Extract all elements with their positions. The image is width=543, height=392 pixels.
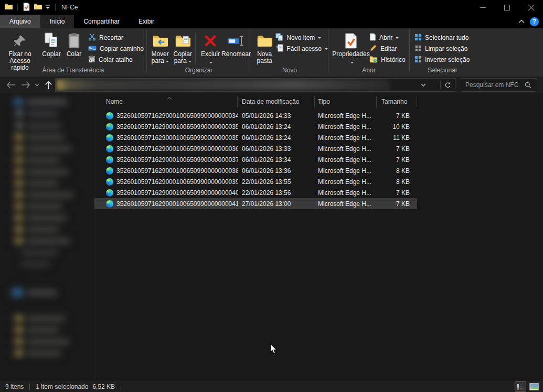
table-row[interactable]: 3526010597162900010065099000000004013...… [94,187,417,198]
cut-button[interactable]: Recortar [88,33,144,42]
maximize-button[interactable] [495,0,519,15]
recent-locations-icon[interactable] [33,79,41,91]
refresh-icon[interactable] [441,79,454,91]
edit-pencil-icon [369,44,377,53]
select-none-button[interactable]: Limpar seleção [414,44,470,53]
dropdown-caret-icon [188,61,191,64]
up-button[interactable] [42,79,55,91]
ribbon-tabs: Arquivo Início Compartilhar Exibir ? [0,15,543,28]
properties-icon[interactable] [23,3,30,13]
close-button[interactable] [519,0,543,15]
group-new: Nova pasta Novo item Fácil ace [251,29,328,75]
group-label-open: Abrir [328,67,409,74]
column-header-type[interactable]: Tipo [315,96,377,107]
easy-access-button[interactable]: Fácil acesso [275,44,328,53]
edit-button[interactable]: Editar [369,44,406,53]
select-none-icon [414,45,422,53]
main-area: Nome Data de modificação Tipo Tamanho [0,93,543,381]
status-bar: 9 itens 1 item selecionado 6,52 KB [0,381,543,392]
file-explorer-window: NFCe Arquivo Início Compartilhar Exibir … [0,0,543,392]
tab-view[interactable]: Exibir [129,15,164,28]
rename-button[interactable]: Renomear [221,30,251,58]
help-icon[interactable]: ? [530,17,539,26]
back-button[interactable] [4,79,18,91]
toolbar-separator [55,4,56,11]
edge-file-icon [106,112,113,119]
delete-icon [204,32,217,50]
group-label-organize: Organizar [147,67,251,74]
table-row[interactable]: 3526010597162900010065099000000003612...… [94,143,417,154]
copy-to-button[interactable]: Copiar para [171,30,194,64]
navigation-pane-redacted[interactable] [0,93,94,381]
customize-toolbar-icon[interactable] [45,4,50,11]
tab-file[interactable]: Arquivo [0,15,40,28]
paste-shortcut-button[interactable]: Colar atalho [88,55,144,64]
column-header-date[interactable]: Data de modificação [238,96,315,107]
tab-share[interactable]: Compartilhar [74,15,129,28]
ribbon: Fixar no Acesso rápido Copiar Colar [0,28,543,77]
copy-icon [44,32,59,50]
select-all-button[interactable]: Selecionar tudo [414,33,470,42]
paste-button[interactable]: Colar [63,30,85,58]
properties-button[interactable]: Propriedades [335,30,367,61]
new-item-icon [275,33,283,42]
dropdown-caret-icon [350,62,354,65]
dropdown-caret-icon [318,37,321,40]
table-row[interactable]: 3526010597162900010065099000000003714...… [94,154,417,165]
file-rows: 3526010597162900010065099000000003416...… [94,110,417,209]
group-clipboard: Fixar no Acesso rápido Copiar Colar [0,29,146,75]
folder-icon[interactable] [4,3,13,12]
address-dropdown-icon[interactable] [417,79,430,91]
paste-icon [68,32,80,50]
table-row[interactable]: 3526010597162900010065099000000003519...… [94,132,417,143]
minimize-button[interactable] [471,0,495,15]
table-row[interactable]: 3526010597162900010065099000000003914...… [94,176,417,187]
search-box[interactable] [461,78,536,92]
search-icon[interactable] [520,82,536,89]
quick-access-toolbar [0,3,57,13]
forward-button[interactable] [19,79,33,91]
copy-path-icon [88,45,97,53]
details-view-button[interactable] [515,382,526,391]
address-bar[interactable] [55,78,455,92]
pin-icon [13,32,27,50]
dropdown-caret-icon [166,61,169,64]
search-input[interactable] [461,81,520,89]
table-row[interactable]: 3526010597162900010065099000000003416...… [94,110,417,121]
copy-button[interactable]: Copiar [40,30,63,58]
tab-home[interactable]: Início [40,15,74,28]
copy-to-icon [175,32,190,50]
address-path-redacted [56,79,390,91]
edge-file-icon [106,167,113,175]
file-list: Nome Data de modificação Tipo Tamanho [94,93,543,381]
column-header-size[interactable]: Tamanho [377,96,417,107]
collapse-ribbon-icon[interactable] [518,18,525,25]
history-button[interactable]: Histórico [369,55,406,64]
sort-ascending-icon [167,94,172,101]
scissors-icon [88,33,96,42]
column-headers: Nome Data de modificação Tipo Tamanho [94,96,417,107]
paste-shortcut-icon [88,55,95,64]
column-header-name[interactable]: Nome [94,96,238,107]
items-count: 9 itens [0,383,24,390]
new-folder-icon[interactable] [34,3,42,12]
table-row[interactable]: 3526010597162900010065099000000003511...… [94,121,417,132]
new-folder-button[interactable]: Nova pasta [255,30,273,64]
new-folder-icon [257,32,272,50]
move-to-button[interactable]: Mover para [149,30,171,64]
title-bar: NFCe [0,0,543,15]
copy-path-button[interactable]: Copiar caminho [88,44,144,53]
delete-button[interactable]: Excluir [199,30,221,61]
open-file-icon [369,33,376,42]
pin-to-quick-access-button[interactable]: Fixar no Acesso rápido [0,30,40,71]
edge-file-icon [106,156,113,164]
properties-icon [344,32,358,50]
thumbnail-view-button[interactable] [528,382,540,391]
open-button[interactable]: Abrir [369,33,406,42]
edge-file-icon [106,200,113,208]
table-row[interactable]: 3526010597162900010065099000000003818...… [94,165,417,176]
new-item-button[interactable]: Novo item [275,33,328,42]
edge-file-icon [106,134,113,141]
invert-selection-button[interactable]: Inverter seleção [414,55,470,64]
table-row-selected[interactable]: 3526010597162900010065099000000004111...… [94,198,417,209]
